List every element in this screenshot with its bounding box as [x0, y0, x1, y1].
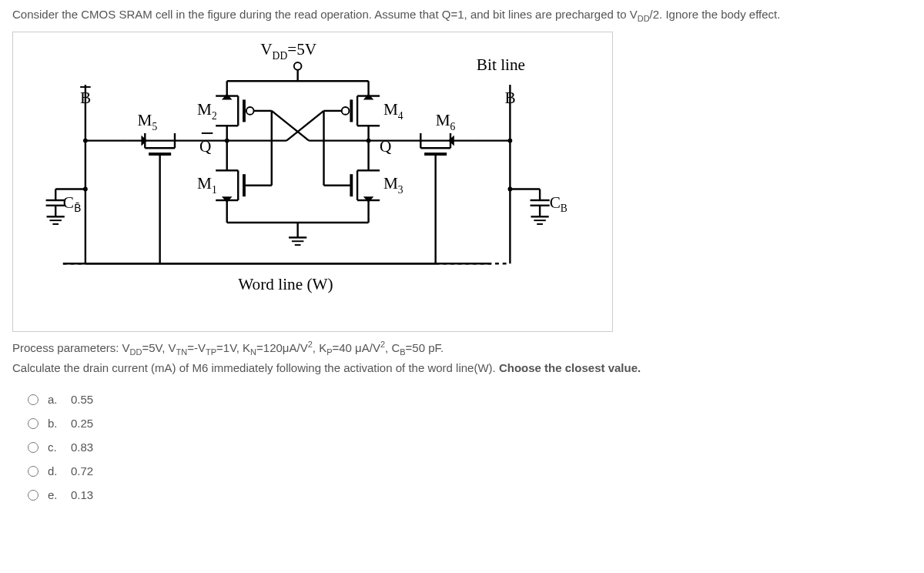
cb-label: CB: [550, 193, 567, 214]
parameters-line2: Calculate the drain current (mA) of M6 i…: [12, 359, 912, 377]
option-value-b: 0.25: [71, 417, 93, 430]
option-letter-b: b.: [48, 417, 60, 430]
circuit-svg: VDD=5V M2 M4 Q: [28, 40, 597, 316]
svg-point-82: [508, 186, 513, 191]
m3-label: M3: [383, 174, 403, 196]
option-letter-a: a.: [48, 393, 60, 406]
option-a[interactable]: a. 0.55: [28, 393, 912, 406]
cbbar-label: CB̄: [63, 193, 82, 214]
option-value-c: 0.83: [71, 441, 93, 454]
m5-label: M5: [138, 111, 158, 132]
option-c[interactable]: c. 0.83: [28, 441, 912, 454]
bitline-label: Bit line: [477, 55, 525, 73]
option-value-e: 0.13: [71, 488, 93, 501]
option-d[interactable]: d. 0.72: [28, 464, 912, 478]
parameters-line1: Process parameters: VDD=5V, VTN=-VTP=1V,…: [12, 338, 912, 360]
bbar-label: B: [80, 89, 91, 107]
option-letter-e: e.: [48, 488, 60, 501]
svg-line-24: [286, 110, 323, 140]
question-cont: /2. Ignore the body effect.: [650, 8, 781, 21]
option-b[interactable]: b. 0.25: [28, 417, 912, 430]
parameters: Process parameters: VDD=5V, VTN=-VTP=1V,…: [12, 338, 912, 378]
question-intro: Consider the CMOS SRAM cell in the figur…: [12, 6, 912, 25]
m1-label: M1: [197, 174, 217, 196]
wordline-label: Word line (W): [238, 275, 333, 293]
option-letter-d: d.: [48, 464, 60, 478]
option-e[interactable]: e. 0.13: [28, 488, 912, 501]
radio-a[interactable]: [28, 394, 38, 405]
svg-point-15: [342, 107, 350, 115]
vdd-text: VDD=5V: [260, 40, 317, 62]
svg-point-6: [246, 107, 254, 115]
m6-label: M6: [436, 111, 456, 132]
m4-label: M4: [383, 99, 403, 121]
question-intro-text: Consider the CMOS SRAM cell in the figur…: [12, 8, 638, 21]
vdd-node: [294, 62, 302, 70]
b-label: B: [505, 89, 516, 107]
svg-line-28: [272, 110, 309, 140]
m2-label: M2: [197, 99, 217, 121]
radio-b[interactable]: [28, 418, 38, 429]
option-letter-c: c.: [48, 441, 60, 454]
svg-line-26: [286, 155, 323, 185]
radio-c[interactable]: [28, 442, 38, 453]
radio-d[interactable]: [28, 466, 38, 477]
svg-point-80: [508, 138, 513, 142]
radio-e[interactable]: [28, 490, 38, 501]
option-value-a: 0.55: [71, 393, 93, 406]
svg-point-70: [83, 186, 88, 191]
option-value-d: 0.72: [71, 464, 93, 478]
svg-point-67: [83, 138, 88, 142]
question-sub: DD: [638, 14, 650, 23]
circuit-figure: VDD=5V M2 M4 Q: [12, 32, 613, 332]
options-list: a. 0.55 b. 0.25 c. 0.83 d. 0.72 e. 0.13: [28, 393, 912, 501]
